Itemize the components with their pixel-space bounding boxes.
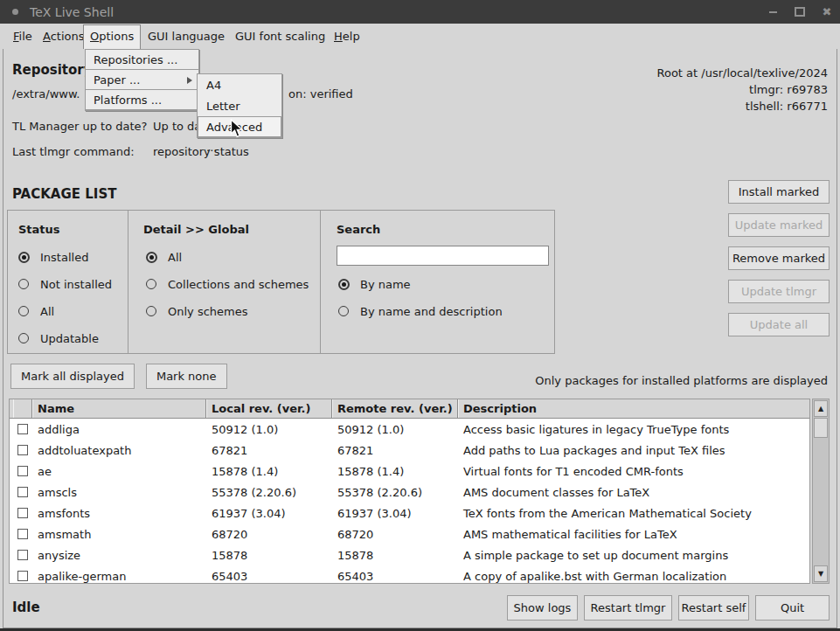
mark-none-button[interactable]: Mark none <box>146 364 227 389</box>
radio-search-by-name[interactable]: By name <box>338 274 503 294</box>
table-row[interactable]: apalike-german6540365403A copy of apalik… <box>10 565 809 584</box>
install-marked-button[interactable]: Install marked <box>728 180 830 204</box>
cell-name: amsmath <box>32 528 206 541</box>
detail-radio-group: AllCollections and schemesOnly schemes <box>146 247 309 321</box>
radio-detail-collections-and-schemes[interactable]: Collections and schemes <box>146 274 309 294</box>
radio-detail-all[interactable]: All <box>146 247 309 267</box>
submenu-arrow-icon <box>187 77 192 84</box>
table-row[interactable]: addtoluatexpath6782167821Add paths to Lu… <box>10 440 809 461</box>
radio-status-not-installed[interactable]: Not installed <box>18 274 112 294</box>
table-row[interactable]: anysize1587815878A simple package to set… <box>10 544 809 565</box>
cell-description: Virtual fonts for T1 encoded CMR-fonts <box>458 465 809 478</box>
table-row[interactable]: amsmath6872068720AMS mathematical facili… <box>10 524 809 544</box>
separator <box>320 211 321 353</box>
cell-remote-rev: 50912 (1.0) <box>332 423 458 436</box>
cell-name: anysize <box>32 549 206 562</box>
radio-label: Only schemes <box>168 305 248 318</box>
cell-local-rev: 50912 (1.0) <box>206 423 332 436</box>
menu-item-advanced[interactable]: Advanced ... <box>198 116 281 137</box>
menu-item-a4[interactable]: A4 <box>198 74 281 95</box>
radio-label: Not installed <box>40 278 112 291</box>
menu-options[interactable]: Options <box>83 24 141 49</box>
cell-name: addtoluatexpath <box>32 444 206 457</box>
checkbox-cell <box>13 550 32 560</box>
vertical-scrollbar[interactable]: ▲ ▼ <box>812 399 830 584</box>
menu-gui-font-scaling[interactable]: GUI font scaling <box>229 24 331 49</box>
radio-label: By name and description <box>360 305 503 318</box>
scroll-down-icon[interactable]: ▼ <box>814 565 828 582</box>
mark-buttons: Mark all displayed Mark none <box>10 364 227 389</box>
quit-button[interactable]: Quit <box>755 595 830 621</box>
table-row[interactable]: amsfonts61937 (3.04)61937 (3.04)TeX font… <box>10 503 809 524</box>
radio-label: All <box>168 251 182 264</box>
repository-url: /extra/www. <box>12 87 80 101</box>
cell-remote-rev: 65403 <box>332 570 458 583</box>
root-path: Root at /usr/local/texlive/2024 <box>656 65 828 81</box>
restart-self-button[interactable]: Restart self <box>678 595 749 621</box>
package-checkbox[interactable] <box>17 529 28 539</box>
radio-icon <box>18 279 29 289</box>
radio-status-installed[interactable]: Installed <box>18 247 112 267</box>
package-checkbox[interactable] <box>17 466 28 476</box>
titlebar[interactable]: TeX Live Shell ✖ <box>0 0 840 24</box>
radio-detail-only-schemes[interactable]: Only schemes <box>146 302 309 321</box>
close-button[interactable]: ✖ <box>821 6 833 18</box>
cell-remote-rev: 61937 (3.04) <box>332 507 458 520</box>
menu-gui-language[interactable]: GUI language <box>142 24 231 49</box>
cell-description: AMS document classes for LaTeX <box>458 486 809 499</box>
action-buttons: Install markedUpdate markedRemove marked… <box>728 180 830 336</box>
filter-box: Status Detail >> Global Search Installed… <box>7 210 555 354</box>
cell-description: TeX fonts from the American Mathematical… <box>458 507 809 520</box>
package-checkbox[interactable] <box>17 508 28 518</box>
radio-status-all[interactable]: All <box>18 302 112 321</box>
window-controls: ✖ <box>767 0 833 24</box>
cell-local-rev: 65403 <box>206 570 332 583</box>
menu-item-platforms[interactable]: Platforms ... <box>85 89 199 110</box>
package-table: Name Local rev. (ver.) Remote rev. (ver.… <box>9 399 830 584</box>
show-logs-button[interactable]: Show logs <box>507 595 578 621</box>
menu-help[interactable]: Help <box>328 24 366 49</box>
cell-description: A copy of apalike.bst with German locali… <box>458 570 809 583</box>
radio-search-by-name-and-description[interactable]: By name and description <box>338 302 503 321</box>
radio-status-updatable[interactable]: Updatable <box>18 329 112 348</box>
minimize-button[interactable] <box>767 6 779 18</box>
checkbox-cell <box>13 508 32 518</box>
radio-label: Updatable <box>40 332 99 345</box>
verification-status: on: verified <box>288 87 353 101</box>
menu-item-letter[interactable]: Letter <box>198 95 281 116</box>
radio-icon <box>146 306 156 316</box>
maximize-button[interactable] <box>794 6 806 18</box>
menu-file[interactable]: File <box>7 24 38 49</box>
package-checkbox[interactable] <box>17 571 28 581</box>
remove-marked-button[interactable]: Remove marked <box>728 246 830 270</box>
app-window: TeX Live Shell ✖ FileActionsOptionsGUI l… <box>0 0 840 631</box>
update-all-button: Update all <box>728 313 830 336</box>
cell-remote-rev: 55378 (2.20.6) <box>332 486 458 499</box>
scroll-up-icon[interactable]: ▲ <box>814 400 828 417</box>
checkbox-cell <box>13 571 32 581</box>
table-row[interactable]: amscls55378 (2.20.6)55378 (2.20.6)AMS do… <box>10 482 809 503</box>
restart-tlmgr-button[interactable]: Restart tlmgr <box>584 595 672 621</box>
search-input[interactable] <box>337 246 549 266</box>
package-checkbox[interactable] <box>17 445 28 455</box>
menu-item-paper[interactable]: Paper ... <box>85 69 199 90</box>
mark-all-button[interactable]: Mark all displayed <box>10 364 135 389</box>
cell-description: Add paths to Lua packages and input TeX … <box>458 444 809 457</box>
package-checkbox[interactable] <box>17 487 28 497</box>
detail-group-label: Detail >> Global <box>143 223 249 236</box>
package-checkbox[interactable] <box>17 550 28 560</box>
menubar: FileActionsOptionsGUI languageGUI font s… <box>0 24 840 49</box>
package-checkbox[interactable] <box>17 424 28 434</box>
cell-local-rev: 61937 (3.04) <box>206 507 332 520</box>
header-name: Name <box>32 399 206 418</box>
radio-icon <box>146 252 157 263</box>
radio-icon <box>338 306 349 316</box>
window-title: TeX Live Shell <box>30 5 114 19</box>
cell-name: apalike-german <box>32 570 206 583</box>
menu-item-repositories[interactable]: Repositories ... <box>85 49 199 70</box>
repository-heading: Repository <box>12 62 93 78</box>
scrollbar-thumb[interactable] <box>814 418 828 438</box>
table-row[interactable]: addliga50912 (1.0)50912 (1.0)Access basi… <box>10 419 809 440</box>
table-row[interactable]: ae15878 (1.4)15878 (1.4)Virtual fonts fo… <box>10 461 809 482</box>
search-group-label: Search <box>337 223 380 236</box>
